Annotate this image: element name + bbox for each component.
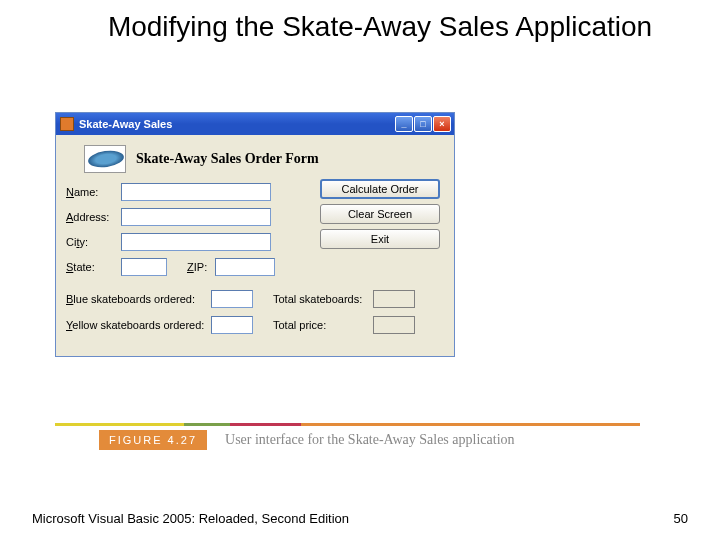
application-screenshot: Skate-Away Sales _ □ × Skate-Away Sales … [55, 112, 485, 357]
total-price-label: Total price: [273, 319, 373, 331]
titlebar: Skate-Away Sales _ □ × [56, 113, 454, 135]
total-skateboards-label: Total skateboards: [273, 293, 373, 305]
state-field[interactable] [121, 258, 167, 276]
decorative-strip [55, 423, 640, 426]
total-skateboards-field [373, 290, 415, 308]
yellow-label: Yellow skateboards ordered: [66, 319, 211, 331]
zip-field[interactable] [215, 258, 275, 276]
name-field[interactable] [121, 183, 271, 201]
address-label: Address: [66, 211, 121, 223]
figure-caption: User interface for the Skate-Away Sales … [225, 432, 515, 448]
figure-number: FIGURE 4.27 [99, 430, 207, 450]
clear-screen-button[interactable]: Clear Screen [320, 204, 440, 224]
maximize-button[interactable]: □ [414, 116, 432, 132]
city-field[interactable] [121, 233, 271, 251]
window-title: Skate-Away Sales [79, 118, 395, 130]
yellow-field[interactable] [211, 316, 253, 334]
blue-field[interactable] [211, 290, 253, 308]
state-label: State: [66, 261, 121, 273]
exit-button[interactable]: Exit [320, 229, 440, 249]
page-number: 50 [674, 511, 688, 526]
figure-caption-bar: FIGURE 4.27 User interface for the Skate… [55, 423, 640, 457]
slide-footer: Microsoft Visual Basic 2005: Reloaded, S… [32, 511, 688, 526]
address-field[interactable] [121, 208, 271, 226]
skateboard-logo-icon [84, 145, 126, 173]
calculate-order-button[interactable]: Calculate Order [320, 179, 440, 199]
city-label: City: [66, 236, 121, 248]
blue-label: Blue skateboards ordered: [66, 293, 211, 305]
window: Skate-Away Sales _ □ × Skate-Away Sales … [55, 112, 455, 357]
close-button[interactable]: × [433, 116, 451, 132]
name-label: Name: [66, 186, 121, 198]
app-icon [60, 117, 74, 131]
total-price-field [373, 316, 415, 334]
zip-label: ZIP: [187, 261, 207, 273]
minimize-button[interactable]: _ [395, 116, 413, 132]
footer-text: Microsoft Visual Basic 2005: Reloaded, S… [32, 511, 349, 526]
form-title: Skate-Away Sales Order Form [136, 151, 319, 167]
slide-title: Modifying the Skate-Away Sales Applicati… [0, 0, 720, 44]
